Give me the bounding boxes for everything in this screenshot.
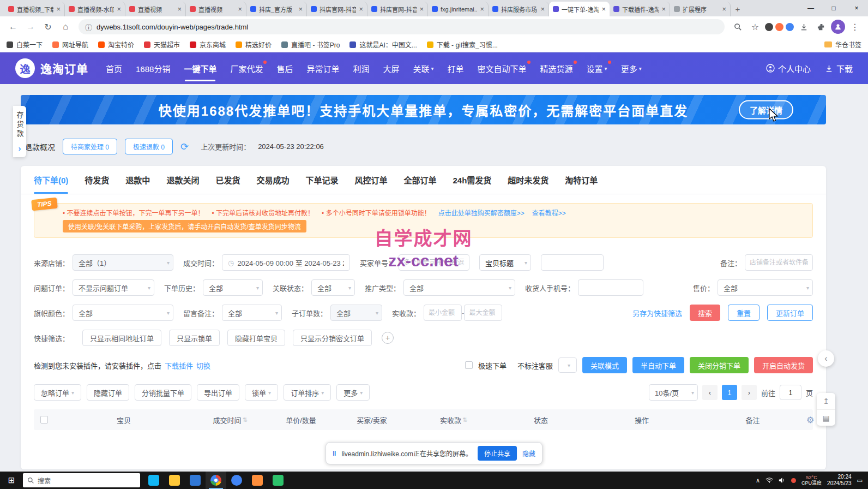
nav-item-home[interactable]: 首页 xyxy=(106,59,122,77)
browser-tab[interactable]: 下载插件-逸淘× xyxy=(610,2,670,16)
update-orders-button[interactable]: 更新订单 xyxy=(767,305,813,321)
profile-avatar[interactable] xyxy=(831,20,845,34)
tab-close-icon[interactable]: × xyxy=(540,5,545,13)
forward-icon[interactable]: → xyxy=(23,19,38,34)
source-shop-select[interactable]: 全部（1） ▾ xyxy=(73,254,173,271)
bookmark-item[interactable]: 淘宝特价 xyxy=(98,40,134,49)
browser-tab[interactable]: 直播视频× xyxy=(125,2,186,16)
order-tab[interactable]: 24h需发货 xyxy=(453,166,491,194)
taskbar-app-icon[interactable] xyxy=(185,472,206,489)
tab-close-icon[interactable]: × xyxy=(480,5,484,13)
tab-close-icon[interactable]: × xyxy=(177,5,182,13)
banner-detail-button[interactable]: 了解详情 xyxy=(739,100,793,120)
bookmarks-folder[interactable]: 华仓书签 xyxy=(824,40,861,49)
browser-tab[interactable]: 一键下单-逸淘× xyxy=(549,2,610,16)
new-tab-button[interactable]: + xyxy=(731,2,745,16)
tab-close-icon[interactable]: × xyxy=(601,5,606,13)
tab-close-icon[interactable]: × xyxy=(238,5,242,13)
nav-item-one-key-order[interactable]: 一键下单 xyxy=(184,59,216,77)
bookmark-item[interactable]: 京东商城 xyxy=(190,40,226,49)
nav-item-profit[interactable]: 利润 xyxy=(353,59,369,77)
download-link[interactable]: 下载 xyxy=(825,63,853,74)
notification-center-icon[interactable]: ▭ xyxy=(857,477,863,484)
browser-tab[interactable]: 直播视频-水印× xyxy=(65,2,125,16)
nav-item-abnormal-order[interactable]: 异常订单 xyxy=(306,59,339,77)
add-quick-filter-button[interactable]: + xyxy=(382,332,394,344)
nav-item-print-order[interactable]: 打单 xyxy=(448,59,464,77)
nav-item-big-screen[interactable]: 大屏 xyxy=(383,59,399,77)
maximize-button[interactable]: □ xyxy=(822,0,845,16)
nav-item-cipher-auto-order[interactable]: 密文自动下单 xyxy=(478,59,527,77)
lock-order-button[interactable]: 锁单▾ xyxy=(245,384,278,401)
taskbar-search[interactable]: 搜索 xyxy=(23,473,140,487)
start-button[interactable]: ⊞ xyxy=(0,472,23,489)
site-info-icon[interactable]: ⓘ xyxy=(85,22,92,32)
chevron-right-icon[interactable]: › xyxy=(19,144,21,153)
sort-icon[interactable]: ⇅ xyxy=(242,416,247,424)
download-plugin-link[interactable]: 下载插件 xyxy=(165,360,193,371)
taskbar-app-icon[interactable] xyxy=(164,472,185,489)
paid-min-input[interactable] xyxy=(424,305,462,321)
nav-item-selected-supply[interactable]: 精选货源 xyxy=(540,59,573,77)
deal-time-range-picker[interactable]: ◷ 2024-05-09 00:00 至 2024-05-23 23:59 xyxy=(222,254,350,271)
auto-ship-button[interactable]: 开启自动发货 xyxy=(754,357,813,373)
fenxiao-batch-order-button[interactable]: 分销批量下单 xyxy=(135,384,191,401)
nav-item-after-sale[interactable]: 售后 xyxy=(276,59,293,77)
hide-orders-button[interactable]: 隐藏订单 xyxy=(87,384,129,401)
current-page-button[interactable]: 1 xyxy=(722,385,737,400)
buyer-order-no-input[interactable] xyxy=(399,254,469,271)
problem-order-select[interactable]: 不显示问题订单 ▾ xyxy=(73,279,154,296)
nav-item-factory-delivery[interactable]: 厂家代发 xyxy=(230,59,263,77)
taskbar-app-icon[interactable] xyxy=(247,472,268,489)
save-quick-filter-link[interactable]: 另存为快捷筛选 xyxy=(632,308,682,318)
back-to-top-button[interactable]: ↥ xyxy=(817,393,835,409)
nav-item-settings[interactable]: 设置▾ xyxy=(587,59,607,77)
order-tab[interactable]: 待发货 xyxy=(85,166,109,194)
select-all-checkbox[interactable] xyxy=(40,416,48,424)
url-bar[interactable]: ⓘ dywebs.1tsoft.com/douyin-web/pages/tra… xyxy=(79,19,725,34)
relation-status-select[interactable]: 全部 ▾ xyxy=(311,279,355,296)
bookmark-item[interactable]: 下载 - gif搜索_习惯... xyxy=(427,40,498,49)
extension-icon[interactable] xyxy=(786,23,794,31)
nav-item-more[interactable]: 更多▾ xyxy=(621,59,642,77)
bookmark-star-icon[interactable]: ☆ xyxy=(748,19,763,34)
paid-max-input[interactable] xyxy=(464,305,502,321)
quick-filter-button[interactable]: 只显示分销密文订单 xyxy=(293,330,372,346)
order-tab[interactable]: 超时未发货 xyxy=(508,166,548,194)
tray-chevron-icon[interactable]: ∧ xyxy=(756,477,760,484)
taskbar-app-icon[interactable] xyxy=(268,472,288,489)
message-remark-select[interactable]: 全部 ▾ xyxy=(222,305,282,321)
order-sort-button[interactable]: 订单排序▾ xyxy=(284,384,331,401)
browser-tab[interactable]: 抖店_官方版× xyxy=(246,2,307,16)
tab-close-icon[interactable]: × xyxy=(722,5,726,13)
order-tab[interactable]: 淘特订单 xyxy=(565,166,598,194)
decrypt-quota-link[interactable]: 点击此处单独购买解密额度>> xyxy=(438,208,525,217)
prev-page-button[interactable]: ‹ xyxy=(702,385,718,400)
collapse-panel-button[interactable]: ‹ xyxy=(818,350,834,367)
ignore-orders-button[interactable]: 忽略订单▾ xyxy=(34,384,81,401)
browser-tab[interactable]: 抖店官网-抖音× xyxy=(307,2,367,16)
browser-tab[interactable]: 直播视频× xyxy=(186,2,246,16)
browser-tab[interactable]: 扩展程序× xyxy=(670,2,731,16)
promo-type-select[interactable]: 全部 ▾ xyxy=(403,279,515,296)
order-tab[interactable]: 已发货 xyxy=(215,166,240,194)
semi-auto-order-button[interactable]: 半自动下单 xyxy=(632,357,684,373)
bookmark-item[interactable]: 精选好价 xyxy=(236,40,272,49)
taskbar-app-icon[interactable] xyxy=(143,472,164,489)
tab-close-icon[interactable]: × xyxy=(419,5,424,13)
bookmark-item[interactable]: 天猫超市 xyxy=(144,40,180,49)
title-keyword-input[interactable] xyxy=(541,254,604,271)
network-icon[interactable] xyxy=(765,477,773,484)
app-logo[interactable]: 逸 逸淘订单 xyxy=(15,58,88,78)
stock-drawer-tab[interactable]: 存货款 › xyxy=(13,106,26,157)
order-tab[interactable]: 退款关闭 xyxy=(166,166,199,194)
home-icon[interactable]: ⌂ xyxy=(58,19,73,34)
nav-item-fenxiao-1688[interactable]: 1688分销 xyxy=(136,59,170,77)
flag-color-select[interactable]: 全部 ▾ xyxy=(73,305,173,321)
bookmark-item[interactable]: 白菜一下 xyxy=(7,40,43,49)
relation-mode-button[interactable]: 关联模式 xyxy=(582,357,627,373)
extensions-puzzle-icon[interactable] xyxy=(813,19,829,34)
page-size-select[interactable]: 10条/页 ▾ xyxy=(649,384,698,401)
order-tab[interactable]: 交易成功 xyxy=(256,166,289,194)
taskbar-app-icon[interactable] xyxy=(206,472,226,489)
